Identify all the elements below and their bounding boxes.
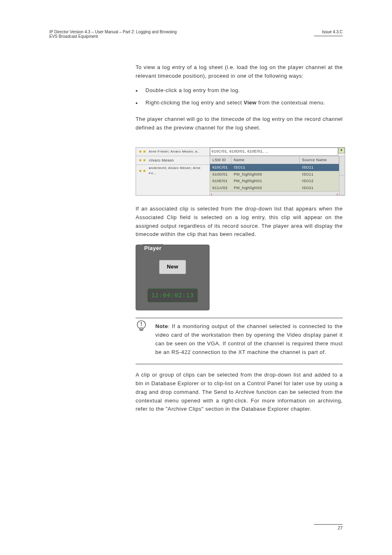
bullet-dot: •	[136, 86, 145, 95]
paragraph-associated-clip: If an associated clip is selected from t…	[136, 205, 343, 239]
star-icon: ★★	[138, 157, 146, 164]
note-label: Note	[155, 323, 168, 329]
paragraph-player: The player channel will go to the timeco…	[136, 115, 343, 132]
bullet-2-post: from the contextual menu.	[256, 99, 325, 106]
page-header: IP Director Version 4.3 – User Manual – …	[49, 30, 343, 39]
bullet-2-pre: Right-clicking the log entry and select	[145, 99, 244, 106]
player-panel: Player New 12:04:02:13	[136, 245, 210, 310]
paragraph-intro: To view a log entry of a log sheet (i.e.…	[136, 63, 343, 81]
page-number: 27	[314, 525, 343, 530]
dropdown-arrow-icon[interactable]: ▼	[338, 148, 345, 153]
player-title: Player	[143, 244, 163, 253]
table-row[interactable]: 611A/02 PM_highlight02 ISO21	[210, 185, 339, 191]
main-content: To view a log entry of a log sheet (i.e.…	[136, 63, 343, 414]
page-footer: 27	[314, 524, 343, 530]
star-icon: ★★	[138, 148, 146, 155]
table-row[interactable]: 610E/01 PM_highlight01 ISO12	[210, 178, 339, 184]
svg-rect-1	[140, 330, 143, 331]
header-issue: Issue 4.3.C	[314, 30, 343, 34]
clip-dropdown-input[interactable]: 610C/01, 610D/01, 610E/01, ...	[210, 148, 338, 156]
paragraph-archive: A clip or group of clips can be selected…	[136, 371, 343, 414]
scroll-left-icon[interactable]: ‹	[211, 191, 212, 198]
bullet-2: Right-clicking the log entry and select …	[145, 99, 343, 108]
view-label: View	[244, 99, 256, 106]
new-button[interactable]: New	[159, 260, 186, 274]
player-timecode: 12:04:02:13	[148, 289, 198, 302]
note-block: ! Note: If a monitoring output of the ch…	[136, 322, 343, 356]
bullet-dot: •	[136, 99, 145, 108]
scroll-right-icon[interactable]: ›	[337, 191, 338, 198]
table-left-row: Alvaro Mesen	[149, 157, 174, 163]
col-lsm: LSM ID	[210, 156, 231, 164]
star-icon: ★★	[138, 168, 146, 174]
svg-text:!: !	[141, 321, 143, 327]
vertical-scrollbar[interactable]	[339, 156, 345, 195]
col-name: Name	[231, 156, 300, 164]
associated-clip-table: ★★ Arne Friedri; Alvaro Mesen; a.. 610C/…	[136, 147, 345, 196]
table-left-row: anderlecht; Alvaro Mesen; Arne Fri...	[149, 166, 208, 176]
bullet-1: Double-click a log entry from the log.	[145, 86, 343, 95]
col-source: Source Name	[300, 156, 339, 164]
table-row[interactable]: 610D/01 PM_highlight00 ISO11	[210, 171, 339, 178]
bullet-list: • Double-click a log entry from the log.…	[136, 86, 343, 108]
header-title: IP Director Version 4.3 – User Manual – …	[49, 30, 177, 34]
note-icon: !	[136, 320, 152, 335]
table-row[interactable]: 610C/01 ISO11 ISO11	[210, 164, 339, 171]
header-subtitle: EVS Broadcast Equipment	[49, 34, 177, 39]
table-left-row: Arne Friedri; Alvaro Mesen; a..	[149, 149, 200, 155]
note-text: If a monitoring output of the channel se…	[155, 323, 343, 355]
horizontal-scrollbar[interactable]: ‹ ›	[210, 191, 339, 195]
